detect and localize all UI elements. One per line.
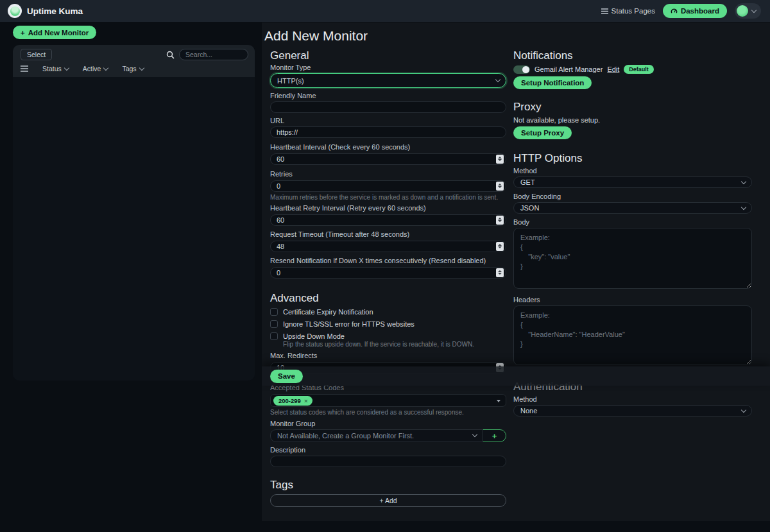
method-select[interactable]: GET [513, 176, 752, 188]
notification-name: Gemail Alert Manager [535, 65, 603, 73]
retries-label: Retries [270, 170, 506, 178]
cert-expiry-label: Certificate Expiry Notification [283, 308, 373, 316]
monitor-list-empty [13, 77, 255, 381]
request-timeout-label: Request Timeout (Timeout after 48 second… [270, 230, 506, 239]
chevron-down-icon [103, 65, 108, 70]
add-new-monitor-label: Add New Monitor [28, 29, 89, 37]
description-input[interactable] [270, 456, 506, 467]
upside-down-label: Upside Down Mode [283, 332, 345, 340]
navbar: Uptime Kuma Status Pages Dashboard [0, 0, 770, 22]
filter-status-label: Status [42, 65, 62, 73]
monitor-list-toolbar: Select Status Active Tags [13, 45, 255, 77]
chevron-down-icon [472, 432, 477, 437]
ignore-tls-checkbox[interactable] [270, 320, 278, 328]
monitor-type-value: HTTP(s) [277, 77, 304, 85]
tags-heading: Tags [270, 479, 506, 492]
filter-active[interactable]: Active [83, 65, 108, 73]
body-textarea[interactable] [513, 228, 752, 289]
notification-edit-link[interactable]: Edit [607, 65, 619, 73]
chevron-down-icon [741, 205, 746, 210]
status-pages-link[interactable]: Status Pages [601, 7, 655, 15]
add-tag-label: Add [385, 497, 397, 504]
caret-down-icon [497, 400, 501, 402]
description-label: Description [270, 446, 506, 454]
headers-textarea[interactable] [513, 305, 752, 365]
dashboard-button[interactable]: Dashboard [663, 4, 727, 18]
number-spinner-icon[interactable] [496, 242, 504, 251]
add-tag-button[interactable]: + Add [270, 494, 506, 507]
status-pages-label: Status Pages [612, 7, 655, 15]
notification-toggle[interactable] [513, 65, 530, 74]
list-icon [601, 8, 608, 14]
auth-method-value: None [520, 407, 537, 415]
setup-notification-button[interactable]: Setup Notification [513, 76, 592, 89]
hamburger-icon[interactable] [21, 65, 28, 72]
chevron-down-icon [64, 65, 69, 70]
monitor-group-label: Monitor Group [270, 420, 506, 428]
chevron-down-icon [751, 7, 757, 12]
status-code-tag-label: 200-299 [278, 397, 301, 404]
body-encoding-label: Body Encoding [513, 193, 752, 201]
method-value: GET [520, 178, 535, 186]
monitor-list-panel: Select Status Active Tags [13, 45, 255, 381]
retry-interval-label: Heartbeat Retry Interval (Retry every 60… [270, 204, 506, 212]
add-new-monitor-button[interactable]: + Add New Monitor [13, 26, 96, 39]
search-input[interactable] [179, 49, 248, 60]
page-title: Add New Monitor [264, 28, 752, 44]
advanced-heading: Advanced [270, 292, 506, 305]
number-spinner-icon[interactable] [496, 182, 504, 191]
body-encoding-select[interactable]: JSON [513, 202, 752, 214]
auth-method-label: Method [513, 395, 752, 404]
retries-help: Maximum retries before the service is ma… [270, 194, 506, 202]
accepted-status-codes-select[interactable]: 200-299 × [270, 394, 506, 407]
upside-down-checkbox[interactable] [270, 332, 278, 340]
add-group-button[interactable]: + [483, 429, 506, 442]
number-spinner-icon[interactable] [496, 155, 504, 164]
monitor-group-select[interactable]: Not Available, Create a Group Monitor Fi… [270, 429, 483, 442]
app-brand[interactable]: Uptime Kuma [8, 4, 83, 18]
chevron-down-icon [741, 179, 746, 184]
select-button[interactable]: Select [21, 49, 52, 60]
resend-notification-input[interactable] [270, 267, 506, 279]
monitor-group-value: Not Available, Create a Group Monitor Fi… [277, 432, 414, 440]
resend-notification-label: Resend Notification if Down X times cons… [270, 257, 506, 265]
retries-input[interactable] [270, 180, 506, 192]
cert-expiry-checkbox[interactable] [270, 308, 278, 316]
user-menu[interactable] [735, 3, 761, 19]
max-redirects-label: Max. Redirects [270, 352, 506, 360]
monitor-type-select[interactable]: HTTP(s) [270, 73, 506, 88]
friendly-name-label: Friendly Name [270, 92, 506, 100]
url-label: URL [270, 117, 506, 125]
notifications-heading: Notifications [513, 49, 752, 62]
friendly-name-input[interactable] [270, 101, 506, 113]
auth-method-select[interactable]: None [513, 405, 752, 416]
ignore-tls-label: Ignore TLS/SSL error for HTTPS websites [283, 320, 415, 328]
remove-tag-icon[interactable]: × [304, 397, 308, 404]
plus-icon: + [379, 497, 384, 504]
save-button[interactable]: Save [270, 370, 303, 383]
filter-tags-label: Tags [122, 65, 136, 73]
chevron-down-icon [139, 65, 144, 70]
avatar [737, 5, 748, 17]
app-title: Uptime Kuma [27, 6, 83, 16]
request-timeout-input[interactable] [270, 241, 506, 252]
search-icon [166, 51, 175, 59]
heartbeat-interval-input[interactable] [270, 153, 506, 165]
filter-status[interactable]: Status [42, 65, 69, 73]
body-label: Body [513, 218, 752, 227]
number-spinner-icon[interactable] [496, 216, 504, 225]
filter-active-label: Active [83, 65, 101, 73]
setup-proxy-button[interactable]: Setup Proxy [513, 126, 572, 139]
http-options-heading: HTTP Options [513, 152, 752, 165]
main-content: Add New Monitor General Monitor Type HTT… [262, 22, 770, 521]
url-input[interactable] [270, 126, 506, 138]
proxy-status-text: Not available, please setup. [513, 116, 752, 124]
uptime-kuma-logo-icon [8, 4, 22, 18]
chevron-down-icon [495, 77, 501, 82]
filter-tags[interactable]: Tags [122, 65, 143, 73]
number-spinner-icon[interactable] [496, 268, 504, 277]
general-heading: General [270, 49, 506, 62]
retry-interval-input[interactable] [270, 214, 506, 226]
chevron-down-icon [741, 408, 746, 413]
plus-icon: + [21, 29, 25, 37]
